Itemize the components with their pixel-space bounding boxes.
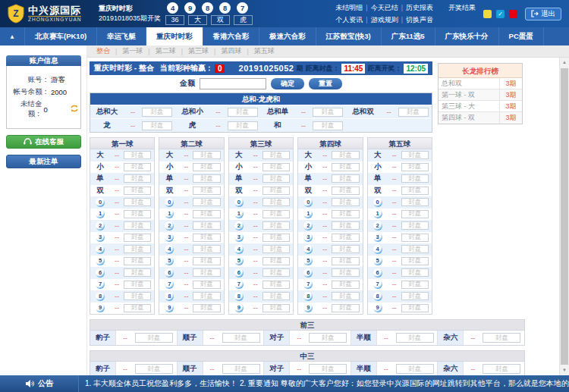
reset-button[interactable]: 重置 <box>309 78 342 89</box>
bet-amount-input[interactable] <box>401 187 429 195</box>
bet-amount-input[interactable] <box>309 364 347 374</box>
bet-amount-input[interactable] <box>401 221 429 230</box>
bet-amount-input[interactable] <box>142 108 172 117</box>
nav-tab-4[interactable]: 极速六合彩 <box>259 27 316 45</box>
bet-amount-input[interactable] <box>396 333 434 343</box>
checked-checkbox-icon[interactable]: ✓ <box>496 10 505 18</box>
scroll-up-arrow-icon[interactable]: ▲ <box>560 58 569 67</box>
top-link[interactable]: 未结明细 <box>335 3 363 13</box>
collapse-nav-button[interactable]: ▲ <box>0 27 25 45</box>
bet-amount-input[interactable] <box>124 257 151 265</box>
top-link[interactable]: 游戏规则 <box>371 15 398 25</box>
bet-amount-input[interactable] <box>401 257 429 265</box>
bet-amount-input[interactable] <box>262 268 290 277</box>
bet-amount-input[interactable] <box>193 257 220 265</box>
bet-amount-input[interactable] <box>193 210 220 218</box>
bet-amount-input[interactable] <box>313 121 343 130</box>
bet-amount-input[interactable] <box>193 174 220 183</box>
bet-amount-input[interactable] <box>262 304 290 312</box>
bet-amount-input[interactable] <box>124 163 151 171</box>
nav-tab-1[interactable]: 幸运飞艇 <box>97 27 146 45</box>
bet-amount-input[interactable] <box>332 198 359 206</box>
nav-tab-5[interactable]: 江苏骰宝(快3) <box>316 27 382 45</box>
bet-amount-input[interactable] <box>396 364 434 374</box>
bet-amount-input[interactable] <box>401 151 429 159</box>
subtab-1[interactable]: 第一球 <box>118 46 146 56</box>
vertical-scrollbar[interactable]: ▲ ▼ <box>559 58 569 375</box>
bet-amount-input[interactable] <box>483 364 520 374</box>
bet-amount-input[interactable] <box>262 174 290 183</box>
bet-amount-input[interactable] <box>193 221 220 230</box>
bet-amount-input[interactable] <box>262 234 290 242</box>
bet-amount-input[interactable] <box>124 198 151 206</box>
bet-amount-input[interactable] <box>332 245 359 253</box>
bet-amount-input[interactable] <box>332 210 359 218</box>
amount-input[interactable] <box>200 78 266 89</box>
bet-amount-input[interactable] <box>193 187 220 195</box>
logout-button[interactable]: 退出 <box>525 8 561 20</box>
latest-orders-button[interactable]: 最新注单 <box>6 155 81 168</box>
bet-amount-input[interactable] <box>193 245 220 253</box>
bet-amount-input[interactable] <box>262 292 290 300</box>
bet-amount-input[interactable] <box>193 234 220 242</box>
nav-tab-0[interactable]: 北京赛车(PK10) <box>25 27 97 45</box>
bet-amount-input[interactable] <box>124 187 151 195</box>
subtab-5[interactable]: 第五球 <box>250 46 278 56</box>
bet-amount-input[interactable] <box>262 151 290 159</box>
bet-amount-input[interactable] <box>332 304 359 312</box>
bet-amount-input[interactable] <box>124 304 151 312</box>
bet-amount-input[interactable] <box>228 108 258 117</box>
yellow-theme-swatch[interactable] <box>483 10 492 18</box>
bet-amount-input[interactable] <box>124 281 151 289</box>
bet-amount-input[interactable] <box>332 281 359 289</box>
bet-amount-input[interactable] <box>262 245 290 253</box>
bet-amount-input[interactable] <box>332 174 359 183</box>
bet-amount-input[interactable] <box>401 174 429 183</box>
nav-tab-7[interactable]: 广东快乐十分 <box>435 27 499 45</box>
red-theme-swatch[interactable] <box>509 10 517 18</box>
bet-amount-input[interactable] <box>222 333 260 343</box>
confirm-button[interactable]: 确定 <box>271 78 304 89</box>
bet-amount-input[interactable] <box>124 151 151 159</box>
bet-amount-input[interactable] <box>332 187 359 195</box>
bet-amount-input[interactable] <box>332 257 359 265</box>
bet-amount-input[interactable] <box>262 198 290 206</box>
top-link[interactable]: 今天已结 <box>371 3 398 13</box>
top-link[interactable]: 个人资讯 <box>335 15 363 25</box>
bet-amount-input[interactable] <box>228 121 258 130</box>
bet-amount-input[interactable] <box>401 234 429 242</box>
subtab-2[interactable]: 第二球 <box>152 46 180 56</box>
bet-amount-input[interactable] <box>332 268 359 277</box>
bet-amount-input[interactable] <box>401 304 429 312</box>
bet-amount-input[interactable] <box>262 210 290 218</box>
bet-amount-input[interactable] <box>332 151 359 159</box>
scrollbar-thumb[interactable] <box>561 68 568 365</box>
bet-amount-input[interactable] <box>193 198 220 206</box>
bet-amount-input[interactable] <box>332 234 359 242</box>
online-service-button[interactable]: 在线客服 <box>6 135 81 149</box>
nav-tab-2[interactable]: 重庆时时彩 <box>146 27 203 45</box>
bet-amount-input[interactable] <box>222 364 260 374</box>
bet-amount-input[interactable] <box>262 281 290 289</box>
bet-amount-input[interactable] <box>262 257 290 265</box>
top-link[interactable]: 切换声音 <box>406 15 433 25</box>
bet-amount-input[interactable] <box>193 281 220 289</box>
nav-tab-8[interactable]: PC蛋蛋 <box>499 27 544 45</box>
bet-amount-input[interactable] <box>193 268 220 277</box>
announcement-tag[interactable]: 公告 <box>0 375 79 392</box>
subtab-3[interactable]: 第三球 <box>184 46 212 56</box>
bet-amount-input[interactable] <box>309 333 347 343</box>
bet-amount-input[interactable] <box>262 221 290 230</box>
bet-amount-input[interactable] <box>135 364 173 374</box>
bet-amount-input[interactable] <box>124 292 151 300</box>
nav-tab-6[interactable]: 广东11选5 <box>382 27 435 45</box>
bet-amount-input[interactable] <box>262 163 290 171</box>
bet-amount-input[interactable] <box>401 210 429 218</box>
bet-amount-input[interactable] <box>401 245 429 253</box>
top-link[interactable]: 开奖结果 <box>448 3 476 13</box>
bet-amount-input[interactable] <box>193 163 220 171</box>
bet-amount-input[interactable] <box>193 304 220 312</box>
bet-amount-input[interactable] <box>262 187 290 195</box>
bet-amount-input[interactable] <box>313 108 343 117</box>
bet-amount-input[interactable] <box>401 163 429 171</box>
